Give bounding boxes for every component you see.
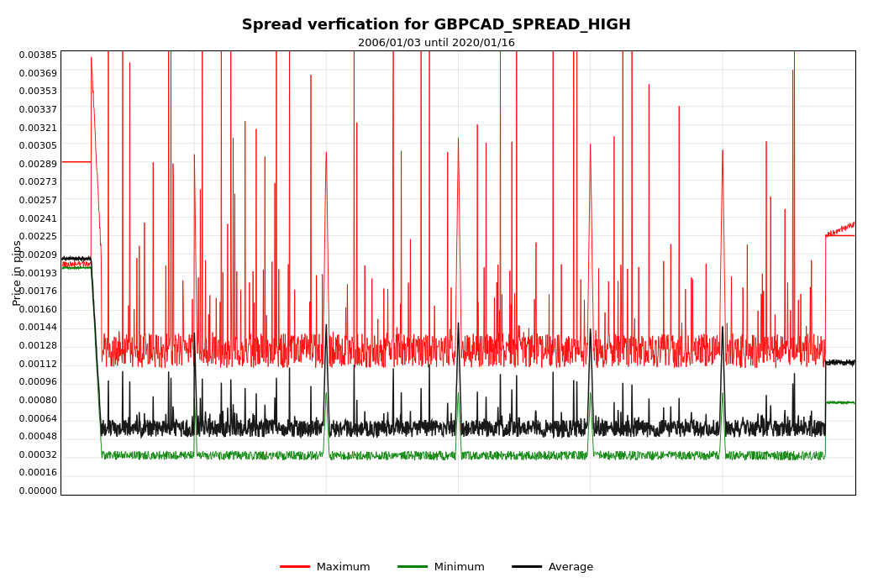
legend-item: Maximum	[280, 560, 371, 573]
legend-label: Maximum	[317, 560, 371, 573]
y-axis-tick: 0.00193	[19, 269, 58, 278]
legend: MaximumMinimumAverage	[280, 560, 594, 573]
y-axis-tick: 0.00289	[19, 160, 58, 169]
chart-container: Spread verfication for GBPCAD_SPREAD_HIG…	[0, 0, 873, 588]
y-axis-tick: 0.00369	[19, 69, 58, 78]
y-axis-tick: 0.00176	[19, 286, 58, 296]
y-axis-tick: 0.00337	[19, 105, 58, 114]
y-axis-tick: 0.00000	[19, 486, 58, 496]
legend-line	[397, 565, 428, 568]
y-axis-tick: 0.00305	[19, 141, 58, 150]
y-axis-tick: 0.00080	[19, 396, 58, 405]
legend-item: Minimum	[397, 560, 485, 573]
legend-line	[512, 565, 542, 568]
legend-label: Average	[549, 560, 593, 573]
y-axis-tick: 0.00128	[19, 341, 58, 350]
y-axis-tick: 0.00353	[19, 87, 58, 96]
chart-title: Spread verfication for GBPCAD_SPREAD_HIG…	[0, 0, 873, 33]
y-axis-tick: 0.00112	[19, 360, 58, 369]
y-axis-tick: 0.00064	[19, 414, 58, 423]
y-axis-tick: 0.00257	[19, 196, 58, 205]
y-axis-tick: 0.00032	[19, 450, 58, 459]
legend-item: Average	[512, 560, 593, 573]
y-axis-tick: 0.00273	[19, 177, 58, 186]
y-axis-tick: 0.00016	[19, 468, 58, 477]
y-axis-tick: 0.00096	[19, 377, 58, 386]
y-axis-tick: 0.00385	[19, 50, 58, 60]
y-axis-tick: 0.00209	[19, 250, 58, 260]
y-axis-tick: 0.00241	[19, 214, 58, 223]
y-axis-tick: 0.00321	[19, 123, 58, 133]
y-axis-tick: 0.00225	[19, 232, 58, 241]
legend-line	[280, 565, 310, 568]
y-axis-tick: 0.00144	[19, 323, 58, 332]
y-axis-tick: 0.00160	[19, 305, 58, 314]
y-axis-tick: 0.00048	[19, 432, 58, 441]
chart-subtitle: 2006/01/03 until 2020/01/16	[0, 36, 873, 49]
y-axis-labels: 0.003850.003690.003530.003370.003210.003…	[0, 50, 60, 496]
legend-label: Minimum	[434, 560, 485, 573]
main-chart	[60, 50, 856, 496]
